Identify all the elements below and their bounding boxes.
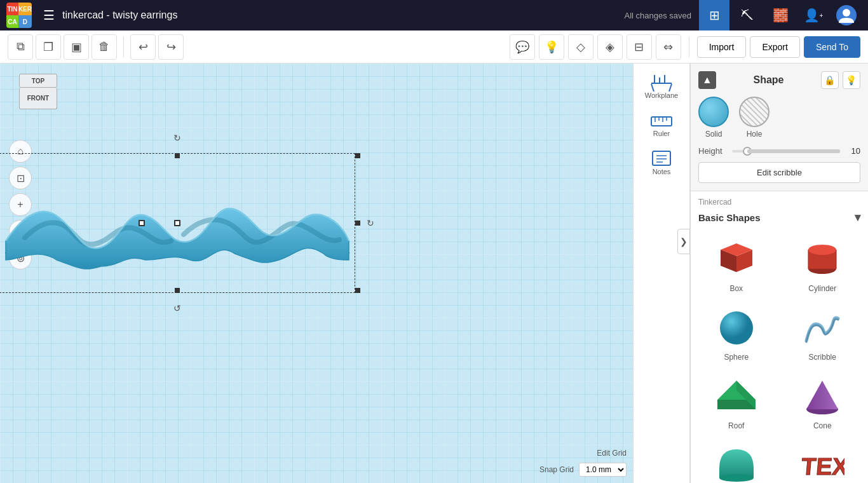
svg-rect-2 xyxy=(651,83,672,84)
shape-panel-title: Shape xyxy=(753,74,783,86)
solid-button[interactable]: Solid xyxy=(698,97,729,139)
shape-thumb-cone xyxy=(797,374,848,419)
svg-point-24 xyxy=(720,311,753,344)
handle-br[interactable] xyxy=(355,288,360,293)
snap-grid-label: Snap Grid xyxy=(539,465,574,474)
shape-thumb-round-roof xyxy=(711,443,762,483)
rotate-right-arrow[interactable]: ↻ xyxy=(367,218,374,228)
rotate-bottom-arrow[interactable]: ↺ xyxy=(173,303,181,313)
panel-chevron[interactable]: ❯ xyxy=(677,229,690,254)
toolbar-right: 💬 💡 ◇ ◈ ⊟ ⇔ Import Export Send To xyxy=(510,34,860,60)
handle-bm[interactable] xyxy=(175,288,180,293)
align-button[interactable]: ⊟ xyxy=(627,34,652,60)
mirror-button[interactable]: ⇔ xyxy=(656,34,681,60)
logo-tin: TIN xyxy=(6,3,18,15)
shape-item-box[interactable]: Box xyxy=(693,229,780,298)
canvas-object[interactable]: ↻ ↺ ↻ xyxy=(0,158,355,288)
shape-button[interactable]: ◇ xyxy=(568,34,593,60)
shape-name-scribble: Scribble xyxy=(809,353,836,362)
snap-grid-row: Snap Grid 1.0 mm 0.5 mm 2.0 mm xyxy=(539,463,627,477)
lock-button[interactable]: 🔒 xyxy=(821,71,839,89)
svg-text:TEXT: TEXT xyxy=(801,453,845,480)
ruler-tool[interactable]: Ruler xyxy=(636,107,687,142)
height-slider[interactable] xyxy=(732,150,840,153)
bulb-button[interactable]: 💡 xyxy=(843,71,860,89)
rotate-top-arrow[interactable]: ↻ xyxy=(173,133,181,143)
profile-button[interactable] xyxy=(831,0,862,31)
shape-item-cylinder[interactable]: Cylinder xyxy=(780,229,866,298)
edit-grid-button[interactable]: Edit Grid xyxy=(597,449,627,458)
measure-button[interactable]: 💬 xyxy=(510,34,535,60)
solid-circle xyxy=(698,97,729,127)
shape-name-sphere: Sphere xyxy=(724,353,749,362)
canvas-area[interactable]: TOP FRONT ⌂ ⊡ + − ⊚ ↻ ↺ ↻ xyxy=(0,64,633,483)
height-row: Height 10 xyxy=(698,146,860,156)
svg-point-30 xyxy=(719,474,754,482)
shape-item-round-roof[interactable]: Round Roof xyxy=(693,435,780,483)
notes-icon xyxy=(650,150,673,168)
hamburger-icon[interactable]: ☰ xyxy=(43,8,55,23)
copy-button[interactable]: ⧉ xyxy=(8,34,33,60)
ruler-icon xyxy=(650,112,673,130)
workplane-tool[interactable]: Workplane xyxy=(636,69,687,104)
shape-item-sphere[interactable]: Sphere xyxy=(693,298,780,367)
hole-button[interactable]: Hole xyxy=(739,97,770,139)
shape-item-scribble[interactable]: Scribble xyxy=(780,298,866,367)
svg-point-22 xyxy=(808,245,836,255)
save-status: All changes saved xyxy=(624,11,691,20)
ruler-label: Ruler xyxy=(653,130,670,137)
shape-name-roof: Roof xyxy=(728,421,744,430)
handle-center2[interactable] xyxy=(139,220,145,226)
redo-button[interactable]: ↪ xyxy=(158,34,184,60)
duplicate-button[interactable]: ❐ xyxy=(36,34,61,60)
logo-ca: CA xyxy=(6,15,18,28)
bricks-view-button[interactable]: 🧱 xyxy=(765,0,796,31)
nav-title: tinkercad - twisty earrings xyxy=(62,10,616,21)
shape-item-text[interactable]: TEXT Text xyxy=(780,435,866,483)
logo[interactable]: TIN KER CA D xyxy=(6,3,32,28)
shape-thumb-scribble xyxy=(797,306,848,350)
hole-label: Hole xyxy=(747,130,763,139)
export-button[interactable]: Export xyxy=(750,36,799,58)
solid-label: Solid xyxy=(705,130,722,139)
notes-tool[interactable]: Notes xyxy=(636,145,687,180)
view-cube[interactable]: TOP FRONT xyxy=(13,74,64,125)
edit-scribble-button[interactable]: Edit scribble xyxy=(698,162,860,183)
import-button[interactable]: Import xyxy=(697,36,747,58)
handle-tr[interactable] xyxy=(355,153,360,158)
logo-d: D xyxy=(18,15,32,28)
light-button[interactable]: 💡 xyxy=(539,34,564,60)
send-to-button[interactable]: Send To xyxy=(804,36,860,58)
handle-tm[interactable] xyxy=(175,153,180,158)
view-cube-top[interactable]: TOP xyxy=(19,74,57,88)
shape-name-cone: Cone xyxy=(813,421,832,430)
build-view-button[interactable]: ⛏ xyxy=(732,0,763,31)
tools-rail: Workplane Ruler xyxy=(633,64,690,483)
undo-button[interactable]: ↩ xyxy=(130,34,156,60)
shape-name-box: Box xyxy=(729,284,743,293)
collapse-panel-button[interactable]: ▲ xyxy=(698,71,716,89)
group-button[interactable]: ▣ xyxy=(64,34,89,60)
workplane-label: Workplane xyxy=(645,92,678,99)
logo-ker: KER xyxy=(18,3,32,15)
svg-rect-8 xyxy=(651,117,672,126)
library-category[interactable]: Basic Shapes ▾ xyxy=(691,209,868,229)
library-chevron[interactable]: ▾ xyxy=(855,210,860,224)
height-value: 10 xyxy=(845,146,860,156)
view-cube-front[interactable]: FRONT xyxy=(19,88,57,109)
workplane-icon xyxy=(650,74,673,92)
shape-panel: ▲ Shape 🔒 💡 Solid Hole Height xyxy=(691,64,868,191)
shape-item-cone[interactable]: Cone xyxy=(780,367,866,435)
grid-view-button[interactable]: ⊞ xyxy=(699,0,729,31)
add-user-button[interactable]: 👤+ xyxy=(798,0,829,31)
handle-mr[interactable] xyxy=(355,221,360,226)
delete-button[interactable]: 🗑 xyxy=(92,34,117,60)
handle-center[interactable] xyxy=(174,220,180,226)
shapes-library[interactable]: Tinkercad Basic Shapes ▾ Box xyxy=(691,191,868,483)
toolbar: ⧉ ❐ ▣ 🗑 ↩ ↪ 💬 💡 ◇ ◈ ⊟ ⇔ Import Export Se… xyxy=(0,31,868,64)
transform-button[interactable]: ◈ xyxy=(597,34,623,60)
toolbar-separator xyxy=(123,37,124,57)
shape-item-roof[interactable]: Roof xyxy=(693,367,780,435)
shape-thumb-sphere xyxy=(711,306,762,350)
snap-grid-select[interactable]: 1.0 mm 0.5 mm 2.0 mm xyxy=(579,463,627,477)
